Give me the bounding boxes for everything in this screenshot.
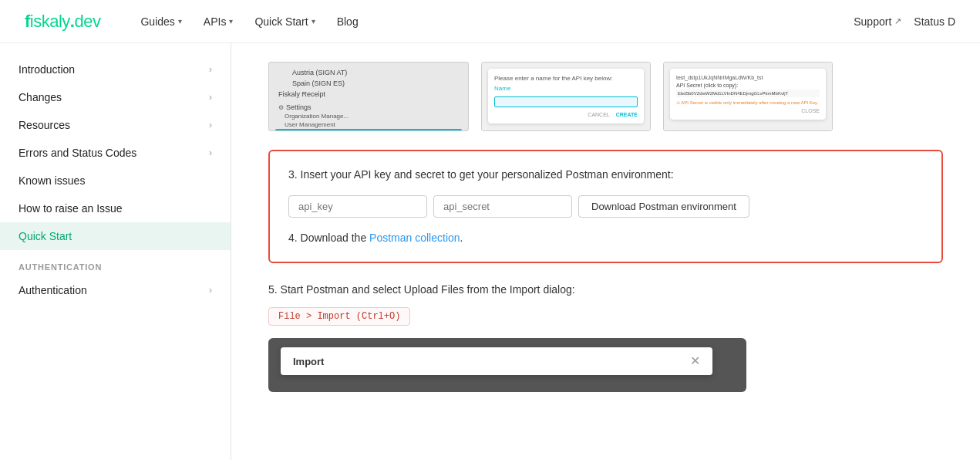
chevron-down-icon: ▾ bbox=[178, 17, 182, 25]
step5-text: 5. Start Postman and select Upload Files… bbox=[268, 282, 943, 298]
sidebar-item-errors[interactable]: Errors and Status Codes › bbox=[0, 139, 231, 167]
sidebar-item-changes[interactable]: Changes › bbox=[0, 83, 231, 111]
import-dialog: Import ✕ bbox=[281, 347, 712, 375]
chevron-right-icon: › bbox=[209, 120, 212, 130]
layout: Introduction › Changes › Resources › Err… bbox=[0, 43, 980, 460]
logo-light: iskaly bbox=[30, 12, 70, 31]
nav-links: Guides ▾ APIs ▾ Quick Start ▾ Blog bbox=[131, 11, 854, 32]
nav-blog[interactable]: Blog bbox=[328, 11, 368, 32]
api-key-input[interactable] bbox=[288, 195, 427, 218]
chevron-down-icon: ▾ bbox=[312, 17, 315, 25]
external-link-icon: ↗ bbox=[894, 16, 901, 26]
chevron-right-icon: › bbox=[209, 92, 212, 103]
sidebar-item-authentication[interactable]: Authentication › bbox=[0, 276, 231, 304]
sidebar-section-auth: AUTHENTICATION bbox=[0, 250, 231, 276]
sidebar: Introduction › Changes › Resources › Err… bbox=[0, 43, 231, 460]
chevron-right-icon: › bbox=[209, 64, 212, 75]
nav-quickstart[interactable]: Quick Start ▾ bbox=[245, 11, 324, 32]
topnav: fiskaly.dev Guides ▾ APIs ▾ Quick Start … bbox=[0, 0, 980, 43]
step3-text: 3. Insert your API key and secret to get… bbox=[288, 167, 923, 183]
screenshot-1: Austria (SIGN AT) Spain (SIGN ES) Fiskal… bbox=[268, 62, 469, 131]
nav-apis[interactable]: APIs ▾ bbox=[194, 11, 243, 32]
chevron-right-icon: › bbox=[209, 147, 212, 158]
nav-support[interactable]: Support ↗ bbox=[854, 15, 901, 28]
sidebar-item-quickstart[interactable]: Quick Start bbox=[0, 222, 231, 250]
import-title: Import bbox=[293, 356, 324, 367]
step3-box: 3. Insert your API key and secret to get… bbox=[268, 150, 943, 263]
code-inline: File > Import (Ctrl+O) bbox=[268, 307, 410, 326]
sidebar-item-known-issues[interactable]: Known issues bbox=[0, 167, 231, 194]
nav-guides[interactable]: Guides ▾ bbox=[131, 11, 190, 32]
sidebar-item-resources[interactable]: Resources › bbox=[0, 111, 231, 139]
screenshot-2: Please enter a name for the API key belo… bbox=[481, 62, 651, 131]
import-close-icon[interactable]: ✕ bbox=[690, 355, 700, 367]
logo[interactable]: fiskaly.dev bbox=[25, 12, 100, 32]
nav-status[interactable]: Status D bbox=[914, 15, 955, 28]
logo-dev: dev bbox=[74, 12, 100, 31]
sidebar-item-raise-issue[interactable]: How to raise an Issue bbox=[0, 194, 231, 222]
chevron-right-icon: › bbox=[209, 285, 212, 296]
logo-bold: f bbox=[25, 12, 30, 31]
screenshot-row: Austria (SIGN AT) Spain (SIGN ES) Fiskal… bbox=[268, 62, 943, 131]
step4-text: 4. Download the Postman collection. bbox=[288, 230, 923, 246]
screenshot-3: test_dstp1UkJqNNrIMgaLdW/Kb_tst API Secr… bbox=[663, 62, 833, 131]
chevron-down-icon: ▾ bbox=[229, 17, 233, 25]
download-postman-button[interactable]: Download Postman environment bbox=[578, 195, 749, 218]
nav-right: Support ↗ Status D bbox=[854, 15, 955, 28]
step3-inputs: Download Postman environment bbox=[288, 195, 923, 218]
import-dialog-wrapper: Import ✕ bbox=[268, 338, 746, 392]
api-secret-input[interactable] bbox=[433, 195, 572, 218]
postman-collection-link[interactable]: Postman collection bbox=[369, 232, 460, 244]
main-content: Austria (SIGN AT) Spain (SIGN ES) Fiskal… bbox=[231, 43, 980, 460]
sidebar-item-introduction[interactable]: Introduction › bbox=[0, 56, 231, 83]
